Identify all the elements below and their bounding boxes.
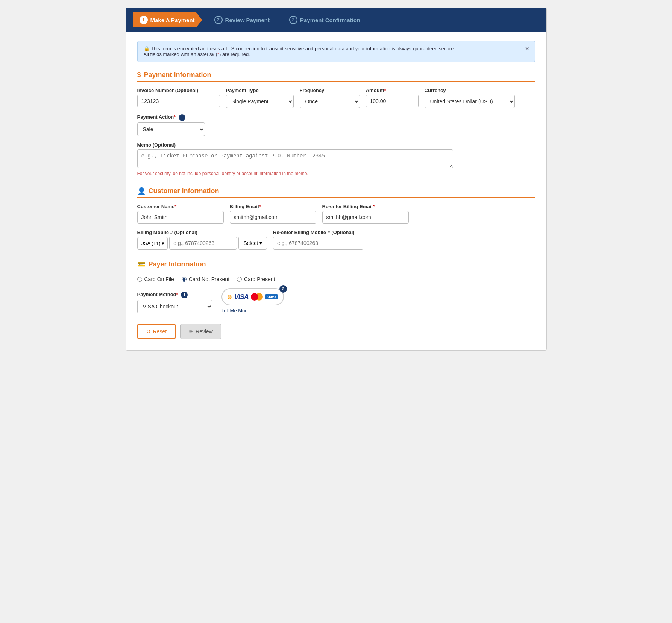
re-mobile-group: Re-enter Billing Mobile # (Optional) [273, 230, 363, 250]
card-not-present-text: Card Not Present [189, 276, 229, 282]
customer-row-2: Billing Mobile # (Optional) USA (+1) ▾ S… [137, 230, 535, 250]
steps-header: 1 Make A Payment 2 Review Payment 3 Paym… [126, 8, 546, 32]
currency-group: Currency United States Dollar (USD) Cana… [425, 88, 515, 108]
frequency-label: Frequency [300, 88, 360, 93]
phone-input-group: USA (+1) ▾ Select ▾ [137, 237, 267, 250]
step-3-num: 3 [289, 16, 297, 24]
badge-2: 2 [279, 285, 287, 293]
card-logos-container: 2 » VISA AMEX Tell Me More [221, 288, 284, 313]
currency-select[interactable]: United States Dollar (USD) Canadian Doll… [425, 95, 515, 108]
amount-input[interactable] [366, 95, 419, 107]
payaction-info-icon[interactable]: i [179, 114, 185, 121]
payer-info-header: 💳 Payer Information [137, 260, 535, 271]
frequency-select[interactable]: Once Daily Weekly Monthly [300, 95, 360, 108]
customer-row-1: Customer Name* Billing Email* Re-enter B… [137, 204, 535, 224]
alert-box: 🔒 This form is encrypted and uses a TLS … [137, 41, 535, 62]
memo-group: Memo (Optional) For your security, do no… [137, 142, 453, 176]
invoice-group: Invoice Number (Optional) [137, 88, 220, 108]
reset-button[interactable]: ↺ Reset [137, 324, 176, 339]
payer-radio-group: Card On File Card Not Present Card Prese… [137, 276, 535, 282]
payment-row-3: Memo (Optional) For your security, do no… [137, 142, 535, 176]
payment-information-section: $ Payment Information Invoice Number (Op… [137, 71, 535, 176]
custname-required: * [174, 204, 176, 209]
memo-label: Memo (Optional) [137, 142, 453, 148]
payment-info-title: Payment Information [144, 71, 211, 79]
amex-logo: AMEX [265, 294, 278, 300]
remail-required: * [373, 204, 375, 209]
card-icon: 💳 [137, 260, 146, 268]
customer-name-input[interactable] [137, 211, 224, 224]
customer-info-header: 👤 Customer Information [137, 187, 535, 198]
paymethod-required: * [176, 292, 178, 297]
paymethod-label: Payment Method* 1 [137, 292, 212, 298]
step-1-label: Make A Payment [150, 17, 195, 23]
card-present-radio[interactable] [237, 277, 242, 282]
memo-hint: For your security, do not include person… [137, 171, 453, 176]
card-on-file-text: Card On File [144, 276, 174, 282]
card-not-present-radio[interactable] [182, 277, 187, 282]
card-present-text: Card Present [244, 276, 275, 282]
invoice-label: Invoice Number (Optional) [137, 88, 220, 93]
re-billing-email-input[interactable] [322, 211, 409, 224]
tell-me-more-link[interactable]: Tell Me More [221, 308, 249, 313]
main-content: 🔒 This form is encrypted and uses a TLS … [126, 32, 546, 350]
review-button[interactable]: ✏ Review [180, 324, 221, 339]
alert-close-button[interactable]: ✕ [525, 45, 529, 52]
card-not-present-label[interactable]: Card Not Present [182, 276, 229, 282]
step-2-num: 2 [214, 16, 223, 24]
reset-icon: ↺ [146, 328, 151, 334]
invoice-input[interactable] [137, 95, 220, 107]
phone-number-input[interactable] [169, 237, 237, 250]
payaction-label: Payment Action* i [137, 114, 205, 121]
amount-label: Amount* [366, 88, 419, 93]
paymethod-info-icon[interactable]: 1 [181, 292, 188, 298]
mobile-group: Billing Mobile # (Optional) USA (+1) ▾ S… [137, 230, 267, 250]
amount-group: Amount* [366, 88, 419, 108]
mobile-label: Billing Mobile # (Optional) [137, 230, 267, 235]
paytype-select[interactable]: Single Payment Recurring Payment [226, 95, 294, 108]
visa-checkout-arrow: » [228, 292, 232, 302]
amount-required: * [384, 88, 386, 93]
payment-info-header: $ Payment Information [137, 71, 535, 82]
billing-email-label: Billing Email* [230, 204, 316, 209]
payer-info-title: Payer Information [149, 260, 206, 268]
person-icon: 👤 [137, 187, 146, 195]
page-wrapper: 1 Make A Payment 2 Review Payment 3 Paym… [126, 8, 547, 351]
visa-card-logo: VISA [234, 293, 249, 301]
step-1[interactable]: 1 Make A Payment [133, 12, 202, 27]
pencil-icon: ✏ [189, 328, 193, 334]
mc-red [251, 293, 258, 301]
step-3[interactable]: 3 Payment Confirmation [277, 12, 368, 27]
phone-select-button[interactable]: Select ▾ [238, 237, 267, 250]
action-buttons: ↺ Reset ✏ Review [137, 324, 535, 339]
mastercard-logo [251, 293, 263, 301]
customer-information-section: 👤 Customer Information Customer Name* Bi… [137, 187, 535, 250]
paymethod-group: Payment Method* 1 VISA Checkout Credit C… [137, 292, 212, 313]
paymethod-select[interactable]: VISA Checkout Credit Card ACH [137, 300, 212, 313]
asterisk: * [217, 51, 219, 57]
card-on-file-label[interactable]: Card On File [137, 276, 174, 282]
step-1-num: 1 [140, 16, 148, 24]
review-label: Review [196, 328, 213, 334]
dollar-icon: $ [137, 71, 141, 79]
re-mobile-input[interactable] [273, 237, 363, 250]
alert-message2: All fields marked with an asterisk (*) a… [144, 51, 250, 57]
card-present-label[interactable]: Card Present [237, 276, 275, 282]
card-on-file-radio[interactable] [137, 277, 142, 282]
phone-country-button[interactable]: USA (+1) ▾ [137, 237, 168, 250]
step-2[interactable]: 2 Review Payment [202, 12, 277, 27]
payment-row-2: Payment Action* i Sale Authorize [137, 114, 535, 136]
billing-email-group: Billing Email* [230, 204, 316, 224]
payment-method-row: Payment Method* 1 VISA Checkout Credit C… [137, 288, 535, 313]
memo-textarea[interactable] [137, 149, 453, 168]
billing-email-input[interactable] [230, 211, 316, 224]
step-2-label: Review Payment [225, 17, 270, 23]
alert-message: 🔒 This form is encrypted and uses a TLS … [144, 46, 455, 51]
re-billing-email-label: Re-enter Billing Email* [322, 204, 409, 209]
frequency-group: Frequency Once Daily Weekly Monthly [300, 88, 360, 108]
payer-information-section: 💳 Payer Information Card On File Card No… [137, 260, 535, 313]
step-3-label: Payment Confirmation [300, 17, 360, 23]
customer-name-group: Customer Name* [137, 204, 224, 224]
payaction-select[interactable]: Sale Authorize [137, 122, 205, 136]
email-required: * [259, 204, 261, 209]
